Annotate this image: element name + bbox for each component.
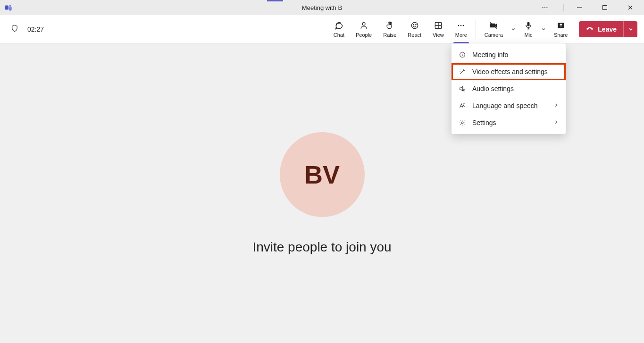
svg-point-1	[9, 5, 12, 7]
divider	[476, 19, 476, 39]
dropdown-video-effects[interactable]: Video effects and settings	[452, 63, 566, 80]
dropdown-settings[interactable]: Settings	[452, 114, 566, 131]
more-icon	[456, 21, 466, 30]
chat-button[interactable]: Chat	[328, 15, 350, 43]
react-icon	[410, 21, 419, 30]
view-label: View	[433, 32, 444, 38]
chat-icon	[334, 21, 343, 30]
shield-icon[interactable]	[10, 24, 19, 34]
react-button[interactable]: React	[402, 15, 427, 43]
svg-point-19	[461, 122, 463, 124]
close-button[interactable]	[620, 0, 640, 15]
raise-label: Raise	[383, 32, 396, 38]
camera-off-icon	[488, 21, 499, 30]
chat-label: Chat	[334, 32, 344, 38]
dropdown-label: Video effects and settings	[472, 68, 548, 75]
invite-message: Invite people to join you	[252, 240, 391, 255]
svg-rect-15	[527, 22, 529, 26]
camera-label: Camera	[485, 32, 503, 38]
info-icon	[458, 51, 467, 59]
more-dropdown: Meeting info Video effects and settings …	[452, 43, 566, 134]
svg-point-8	[411, 22, 418, 28]
svg-point-13	[460, 25, 462, 26]
meeting-toolbar: 02:27 Chat People Raise React View More	[0, 15, 644, 43]
view-icon	[434, 21, 443, 30]
window-title: Meeting with B	[302, 4, 342, 11]
svg-point-12	[458, 25, 460, 26]
svg-point-3	[544, 7, 545, 8]
wand-icon	[458, 68, 467, 75]
chevron-right-icon	[553, 102, 559, 109]
dropdown-audio-settings[interactable]: Audio settings	[452, 80, 566, 97]
svg-point-18	[463, 90, 465, 91]
dropdown-meeting-info[interactable]: Meeting info	[452, 46, 566, 63]
more-label: More	[455, 32, 467, 38]
window-more-icon[interactable]	[535, 0, 555, 15]
maximize-button[interactable]	[595, 0, 615, 15]
raise-hand-icon	[385, 21, 394, 30]
teams-app-icon	[4, 3, 13, 12]
chevron-right-icon	[553, 119, 559, 126]
mic-button[interactable]: Mic	[518, 15, 539, 43]
mic-dropdown-icon[interactable]	[539, 26, 548, 32]
dropdown-language-speech[interactable]: Language and speech	[452, 97, 566, 114]
more-button[interactable]: More	[450, 15, 473, 43]
titlebar: Meeting with B	[0, 0, 644, 15]
mic-label: Mic	[524, 32, 532, 38]
language-icon	[458, 102, 467, 109]
svg-rect-6	[603, 6, 607, 10]
react-label: React	[408, 32, 421, 38]
mic-icon	[524, 21, 533, 30]
svg-point-10	[416, 24, 416, 25]
view-button[interactable]: View	[427, 15, 450, 43]
camera-button[interactable]: Camera	[479, 15, 509, 43]
speaker-icon	[458, 85, 467, 92]
leave-button[interactable]: Leave	[579, 21, 623, 37]
people-button[interactable]: People	[350, 15, 377, 43]
svg-rect-0	[5, 6, 9, 10]
minimize-button[interactable]	[569, 0, 589, 15]
dropdown-label: Language and speech	[472, 102, 538, 109]
camera-dropdown-icon[interactable]	[509, 26, 518, 32]
gear-icon	[458, 119, 467, 126]
svg-rect-5	[577, 8, 582, 8]
svg-point-9	[413, 24, 414, 25]
meeting-timer: 02:27	[27, 25, 44, 33]
svg-point-4	[546, 7, 547, 8]
share-label: Share	[554, 32, 568, 38]
share-button[interactable]: Share	[548, 15, 573, 43]
people-label: People	[356, 32, 372, 38]
svg-point-14	[463, 25, 464, 26]
leave-dropdown-button[interactable]	[623, 21, 637, 37]
people-icon	[359, 21, 368, 30]
svg-point-2	[543, 7, 544, 8]
dropdown-label: Audio settings	[472, 85, 514, 92]
leave-label: Leave	[598, 25, 617, 33]
svg-point-7	[362, 22, 365, 25]
dropdown-label: Meeting info	[472, 51, 508, 59]
participant-avatar: BV	[280, 132, 365, 217]
top-accent	[267, 0, 283, 1]
raise-hand-button[interactable]: Raise	[377, 15, 402, 43]
share-icon	[556, 21, 566, 30]
dropdown-label: Settings	[472, 119, 496, 126]
divider	[563, 4, 564, 11]
hangup-icon	[585, 24, 594, 34]
